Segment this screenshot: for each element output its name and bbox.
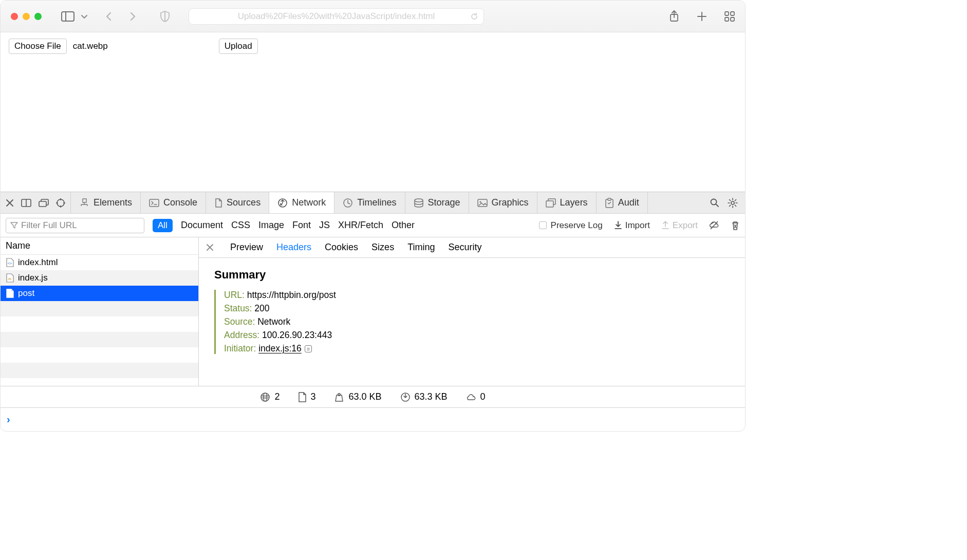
detail-tab-timing[interactable]: Timing bbox=[407, 242, 435, 253]
window-zoom-button[interactable] bbox=[34, 13, 42, 20]
inspect-element-icon[interactable] bbox=[56, 198, 65, 208]
request-row[interactable]: post bbox=[1, 286, 198, 301]
globe-icon bbox=[260, 392, 270, 402]
stat-errors: 0 bbox=[466, 391, 486, 402]
titlebar: Upload%20Files%20with%20JavaScript/index… bbox=[1, 1, 745, 32]
request-list-panel: Name <> index.html JS index.js post bbox=[1, 237, 199, 386]
detail-tab-security[interactable]: Security bbox=[448, 242, 481, 253]
new-tab-icon[interactable] bbox=[697, 11, 707, 22]
svg-point-16 bbox=[415, 199, 423, 202]
filter-other[interactable]: Other bbox=[392, 220, 415, 231]
devtools-settings-icon[interactable] bbox=[728, 198, 738, 208]
selected-file-name: cat.webp bbox=[73, 41, 108, 51]
tab-elements[interactable]: Elements bbox=[71, 192, 141, 213]
tab-graphics[interactable]: Graphics bbox=[469, 192, 537, 213]
request-row[interactable]: JS index.js bbox=[1, 270, 198, 286]
import-har-button[interactable]: Import bbox=[614, 220, 650, 231]
close-details-icon[interactable] bbox=[206, 244, 214, 251]
url-bar[interactable]: Upload%20Files%20with%20JavaScript/index… bbox=[189, 8, 484, 25]
devtools: Elements Console Sources Network Timelin… bbox=[1, 192, 745, 431]
summary-heading: Summary bbox=[214, 268, 730, 282]
filter-url-input[interactable]: Filter Full URL bbox=[6, 218, 144, 233]
filter-js[interactable]: JS bbox=[319, 220, 330, 231]
stat-resources: 3 bbox=[298, 391, 315, 402]
tab-group-chevron-icon[interactable] bbox=[81, 13, 88, 20]
sidebar-toggle-icon[interactable] bbox=[61, 11, 75, 22]
svg-rect-0 bbox=[62, 12, 74, 21]
document-file-icon bbox=[6, 289, 14, 298]
close-devtools-icon[interactable] bbox=[6, 199, 14, 207]
devtools-body: Name <> index.html JS index.js post bbox=[1, 237, 745, 386]
choose-file-button[interactable]: Choose File bbox=[9, 39, 67, 54]
detail-tab-cookies[interactable]: Cookies bbox=[325, 242, 358, 253]
console-drawer[interactable]: › bbox=[1, 407, 745, 431]
no-caching-icon[interactable] bbox=[709, 220, 719, 231]
transfer-icon bbox=[400, 392, 411, 402]
window-minimize-button[interactable] bbox=[23, 13, 30, 20]
filter-document[interactable]: Document bbox=[181, 220, 223, 231]
console-prompt-icon: › bbox=[7, 414, 10, 425]
svg-rect-13 bbox=[150, 199, 159, 207]
page-content: Choose File cat.webp Upload bbox=[1, 32, 745, 192]
request-list-header[interactable]: Name bbox=[1, 237, 198, 255]
dock-side-icon[interactable] bbox=[21, 199, 31, 207]
svg-rect-10 bbox=[39, 201, 46, 207]
dock-popout-icon[interactable] bbox=[39, 199, 49, 207]
browser-window: Upload%20Files%20with%20JavaScript/index… bbox=[0, 0, 746, 432]
stat-size: 63.0 KB bbox=[334, 391, 381, 402]
tab-layers[interactable]: Layers bbox=[537, 192, 597, 213]
filter-xhr[interactable]: XHR/Fetch bbox=[338, 220, 383, 231]
summary-initiator: Initiator: index.js:16≡ bbox=[224, 343, 730, 354]
tab-network[interactable]: Network bbox=[269, 192, 334, 213]
svg-text:JS: JS bbox=[8, 277, 11, 281]
tab-timelines[interactable]: Timelines bbox=[334, 192, 405, 213]
filter-css[interactable]: CSS bbox=[231, 220, 250, 231]
back-button[interactable] bbox=[104, 12, 114, 21]
preserve-log-toggle[interactable]: Preserve Log bbox=[539, 220, 603, 231]
cloud-icon bbox=[466, 393, 476, 401]
tab-sources[interactable]: Sources bbox=[206, 192, 269, 213]
svg-point-31 bbox=[338, 393, 340, 395]
export-har-button[interactable]: Export bbox=[661, 220, 698, 231]
filter-icon bbox=[10, 221, 18, 229]
devtools-tabbar: Elements Console Sources Network Timelin… bbox=[1, 192, 745, 214]
summary-url: URL: https://httpbin.org/post bbox=[224, 290, 730, 301]
stat-domains: 2 bbox=[260, 391, 280, 402]
request-row[interactable]: <> index.html bbox=[1, 255, 198, 270]
detail-tab-preview[interactable]: Preview bbox=[230, 242, 263, 253]
window-close-button[interactable] bbox=[11, 13, 18, 20]
initiator-link[interactable]: index.js:16 bbox=[258, 343, 302, 353]
network-filter-bar: Filter Full URL All Document CSS Image F… bbox=[1, 214, 745, 237]
filter-all-pill[interactable]: All bbox=[153, 219, 173, 232]
detail-tab-headers[interactable]: Headers bbox=[276, 242, 311, 253]
tab-overview-icon[interactable] bbox=[724, 11, 735, 22]
js-file-icon: JS bbox=[6, 273, 14, 283]
url-text: Upload%20Files%20with%20JavaScript/index… bbox=[238, 11, 435, 22]
forward-button[interactable] bbox=[128, 12, 137, 21]
tab-console[interactable]: Console bbox=[141, 192, 206, 213]
tab-audit[interactable]: Audit bbox=[597, 192, 648, 213]
filter-font[interactable]: Font bbox=[292, 220, 311, 231]
detail-tab-sizes[interactable]: Sizes bbox=[371, 242, 394, 253]
reload-icon[interactable] bbox=[470, 12, 478, 21]
titlebar-right bbox=[669, 10, 735, 23]
upload-button[interactable]: Upload bbox=[219, 39, 258, 54]
stat-transfer: 63.3 KB bbox=[400, 391, 448, 402]
filter-image[interactable]: Image bbox=[258, 220, 284, 231]
svg-rect-4 bbox=[731, 12, 734, 15]
network-statusbar: 2 3 63.0 KB 63.3 KB 0 bbox=[1, 386, 745, 407]
svg-text:<>: <> bbox=[8, 262, 12, 265]
devtools-left-controls bbox=[1, 192, 71, 213]
file-icon bbox=[298, 392, 306, 402]
html-file-icon: <> bbox=[6, 258, 14, 267]
checkbox-icon bbox=[539, 221, 547, 229]
request-list: <> index.html JS index.js post bbox=[1, 255, 198, 386]
devtools-right-controls bbox=[703, 192, 745, 213]
devtools-search-icon[interactable] bbox=[710, 198, 719, 208]
tab-storage[interactable]: Storage bbox=[405, 192, 469, 213]
share-icon[interactable] bbox=[669, 10, 679, 23]
summary-status: Status: 200 bbox=[224, 303, 730, 314]
privacy-shield-icon[interactable] bbox=[160, 11, 170, 22]
svg-point-18 bbox=[479, 201, 481, 202]
clear-network-icon[interactable] bbox=[731, 220, 740, 231]
